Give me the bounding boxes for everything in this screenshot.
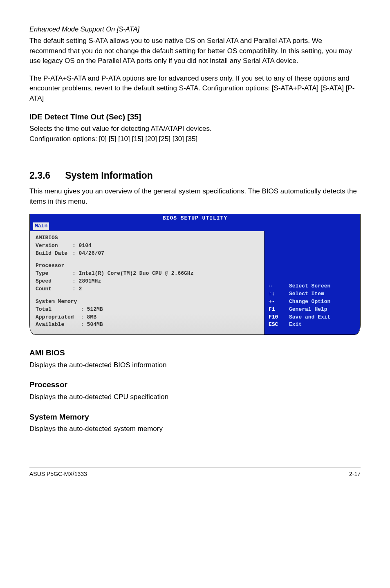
ami-bios-heading: AMI BIOS — [29, 347, 361, 359]
bios-left-panel: AMIBIOS Version: 0104 Build Date: 04/26/… — [30, 231, 264, 334]
bios-help-key-1: ↑↓ — [269, 290, 289, 298]
ami-bios-text: Displays the auto-detected BIOS informat… — [29, 360, 361, 370]
ide-detect-heading: IDE Detect Time Out (Sec) [35] — [29, 111, 361, 123]
bios-help-key-0: ↔ — [269, 283, 289, 290]
section-236-title: System Information — [65, 170, 153, 181]
bios-amibios-label: AMIBIOS — [36, 234, 58, 242]
system-memory-text: Displays the auto-detected system memory — [29, 424, 361, 434]
processor-text: Displays the auto-detected CPU specifica… — [29, 392, 361, 402]
bios-help-text-0: Select Screen — [289, 283, 330, 290]
section-236-heading: 2.3.6System Information — [29, 169, 361, 182]
bios-avail-label: Available — [36, 321, 81, 329]
bios-build-value: : 04/26/07 — [72, 250, 104, 258]
bios-help-panel: ↔Select Screen ↑↓Select Item +-Change Op… — [264, 231, 360, 334]
ide-detect-line2: Configuration options: [0] [5] [10] [15]… — [29, 134, 361, 144]
bios-avail-value: : 504MB — [81, 321, 103, 329]
bios-help-text-3: General Help — [289, 306, 327, 314]
bios-help-key-2: +- — [269, 298, 289, 306]
bios-total-label: Total — [36, 306, 81, 314]
bios-titlebar: BIOS SETUP UTILITY — [30, 214, 360, 222]
bios-total-value: : 512MB — [81, 306, 103, 314]
bios-setup-panel: BIOS SETUP UTILITY Main AMIBIOS Version:… — [29, 214, 361, 335]
footer-left: ASUS P5GC-MX/1333 — [29, 470, 87, 478]
bios-approp-label: Appropriated — [36, 314, 81, 321]
enhanced-mode-para2: The P-ATA+S-ATA and P-ATA options are fo… — [29, 74, 361, 104]
bios-speed-value: : 2801MHz — [72, 278, 101, 285]
footer-right: 2-17 — [349, 470, 361, 478]
bios-version-value: : 0104 — [72, 242, 92, 250]
bios-help-text-1: Select Item — [289, 290, 324, 298]
page-footer: ASUS P5GC-MX/1333 2-17 — [29, 467, 361, 478]
bios-tab-main[interactable]: Main — [33, 222, 49, 230]
bios-version-label: Version — [36, 242, 72, 250]
bios-processor-label: Processor — [36, 262, 64, 270]
bios-help-text-2: Change Option — [289, 298, 330, 306]
enhanced-mode-para1: The default setting S-ATA allows you to … — [29, 36, 361, 66]
processor-heading: Processor — [29, 379, 361, 391]
bios-type-value: : Intel(R) Core(TM)2 Duo CPU @ 2.66GHz — [72, 270, 193, 278]
bios-build-label: Build Date — [36, 250, 72, 258]
bios-help-text-5: Exit — [289, 321, 302, 329]
enhanced-mode-heading: Enhanced Mode Support On [S-ATA] — [29, 25, 361, 34]
bios-count-label: Count — [36, 285, 72, 293]
bios-help-key-4: F10 — [269, 314, 289, 321]
bios-sysmem-label: System Memory — [36, 298, 77, 306]
bios-speed-label: Speed — [36, 278, 72, 285]
bios-help-text-4: Save and Exit — [289, 314, 330, 321]
section-236-intro: This menu gives you an overview of the g… — [29, 186, 361, 206]
ide-detect-line1: Selects the time out value for detecting… — [29, 124, 361, 134]
bios-help-key-3: F1 — [269, 306, 289, 314]
section-236-num: 2.3.6 — [29, 169, 50, 182]
system-memory-heading: System Memory — [29, 411, 361, 423]
bios-help-key-5: ESC — [269, 321, 289, 329]
bios-approp-value: : 8MB — [81, 314, 96, 321]
bios-type-label: Type — [36, 270, 72, 278]
bios-tab-row: Main — [30, 222, 360, 231]
bios-count-value: : 2 — [72, 285, 82, 293]
